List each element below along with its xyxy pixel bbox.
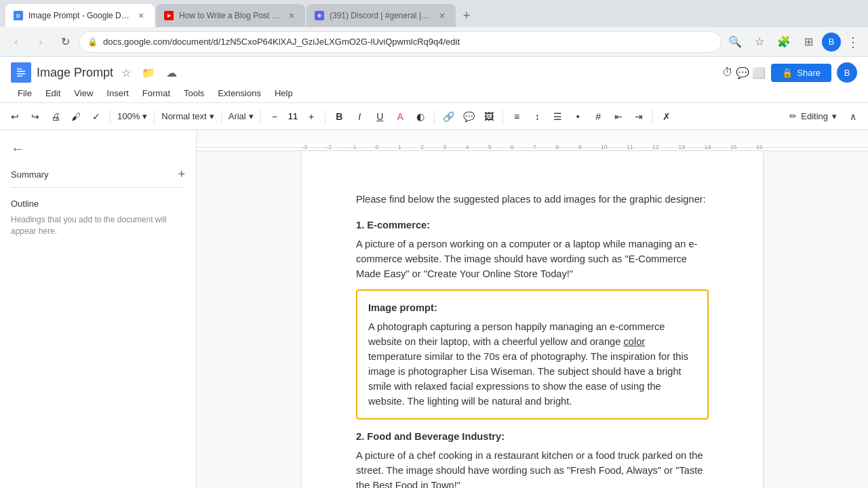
sidebar-add-button[interactable]: + bbox=[178, 167, 185, 182]
pencil-icon: ✏ bbox=[789, 111, 797, 121]
comment-icon[interactable]: 💬 bbox=[736, 66, 749, 79]
increase-font-button[interactable]: + bbox=[302, 107, 321, 126]
spellcheck-button[interactable]: ✓ bbox=[87, 107, 106, 126]
indent-button[interactable]: ⇥ bbox=[629, 107, 648, 126]
summary-label: Summary bbox=[11, 169, 49, 180]
zoom-label: 100% bbox=[117, 111, 140, 121]
docs-title: Image Prompt bbox=[37, 66, 113, 80]
sidebar-summary-section: Summary + bbox=[11, 167, 185, 188]
clear-format-button[interactable]: ✗ bbox=[657, 107, 676, 126]
separator-7 bbox=[502, 110, 503, 123]
align-button[interactable]: ≡ bbox=[507, 107, 526, 126]
editing-chevron: ▾ bbox=[832, 111, 837, 121]
menu-format[interactable]: Format bbox=[136, 85, 177, 101]
tab-discord[interactable]: ◉ (391) Discord | #general | BW × bbox=[307, 4, 456, 27]
tab-google-docs[interactable]: D Image Prompt - Google Docs × bbox=[5, 4, 155, 27]
link-button[interactable]: 🔗 bbox=[439, 107, 458, 126]
svg-rect-1 bbox=[17, 68, 22, 70]
cloud-icon[interactable]: ☁ bbox=[163, 64, 180, 82]
nav-actions: 🔍 ☆ 🧩 ⊞ B ⋮ bbox=[724, 31, 863, 53]
text-color-button[interactable]: A bbox=[391, 107, 410, 126]
linespacing-button[interactable]: ↕ bbox=[528, 107, 547, 126]
star-icon[interactable]: ☆ bbox=[119, 64, 134, 82]
lock-icon: 🔒 bbox=[87, 37, 98, 47]
present-icon[interactable]: ⬜ bbox=[752, 66, 766, 79]
grid-icon[interactable]: ⊞ bbox=[797, 31, 819, 53]
menu-tools[interactable]: Tools bbox=[177, 85, 211, 101]
sidebar-divider bbox=[11, 187, 185, 188]
forward-button[interactable]: › bbox=[30, 31, 52, 53]
image-prompt-text-1: A photograph capturing a person happily … bbox=[368, 319, 696, 409]
extension-icon[interactable]: 🧩 bbox=[773, 31, 795, 53]
tab-bar: D Image Prompt - Google Docs × ▶ How to … bbox=[0, 0, 868, 27]
tab-title-discord: (391) Discord | #general | BW bbox=[330, 11, 431, 20]
menu-extensions[interactable]: Extensions bbox=[211, 85, 268, 101]
address-bar[interactable]: 🔒 docs.google.com/document/d/1zN5CxoP64K… bbox=[79, 31, 722, 53]
browser-menu-button[interactable]: ⋮ bbox=[844, 31, 863, 53]
italic-button[interactable]: I bbox=[350, 107, 369, 126]
tab-youtube[interactable]: ▶ How to Write a Blog Post Using... × bbox=[156, 4, 305, 27]
outdent-button[interactable]: ⇤ bbox=[609, 107, 628, 126]
menu-edit[interactable]: Edit bbox=[39, 85, 67, 101]
undo-button[interactable]: ↩ bbox=[5, 107, 24, 126]
search-icon[interactable]: 🔍 bbox=[724, 31, 746, 53]
move-icon[interactable]: 📁 bbox=[139, 64, 158, 82]
sidebar-outline-section: Outline Headings that you add to the doc… bbox=[11, 199, 185, 237]
sidebar-summary-title: Summary + bbox=[11, 167, 185, 182]
user-avatar[interactable]: B bbox=[822, 33, 841, 52]
font-size-display: 11 bbox=[285, 111, 300, 121]
section-2-header: 2. Food and Beverage Industry: bbox=[356, 429, 709, 444]
redo-button[interactable]: ↪ bbox=[26, 107, 45, 126]
highlight-button[interactable]: ◐ bbox=[411, 107, 430, 126]
style-label: Normal text bbox=[161, 111, 206, 121]
refresh-button[interactable]: ↻ bbox=[54, 31, 76, 53]
svg-rect-3 bbox=[17, 73, 25, 75]
underline-color: color bbox=[623, 336, 645, 347]
image-button[interactable]: 🖼 bbox=[479, 107, 498, 126]
svg-rect-0 bbox=[15, 66, 27, 79]
bookmark-icon[interactable]: ☆ bbox=[749, 31, 770, 53]
comment-button[interactable]: 💬 bbox=[459, 107, 478, 126]
menu-help[interactable]: Help bbox=[268, 85, 300, 101]
tab-close-docs[interactable]: × bbox=[136, 10, 146, 21]
separator-6 bbox=[434, 110, 435, 123]
bullet-list-button[interactable]: • bbox=[568, 107, 587, 126]
menu-file[interactable]: File bbox=[11, 85, 39, 101]
browser-frame: D Image Prompt - Google Docs × ▶ How to … bbox=[0, 0, 868, 488]
sidebar-back-button[interactable]: ← bbox=[11, 141, 185, 157]
font-select[interactable]: Arial ▾ bbox=[226, 107, 256, 126]
menu-view[interactable]: View bbox=[67, 85, 100, 101]
docs-favicon: D bbox=[14, 11, 23, 20]
menu-insert[interactable]: Insert bbox=[100, 85, 136, 101]
checklist-button[interactable]: ☰ bbox=[548, 107, 567, 126]
editing-label: Editing bbox=[801, 111, 828, 121]
docs-header: Image Prompt ☆ 📁 ☁ ⏱ 💬 ⬜ 🔒 Share B File … bbox=[0, 57, 868, 103]
style-select[interactable]: Normal text ▾ bbox=[159, 107, 216, 126]
tab-close-discord[interactable]: × bbox=[437, 10, 448, 21]
underline-button[interactable]: U bbox=[370, 107, 389, 126]
outline-label: Outline bbox=[11, 199, 185, 209]
format-toolbar: ↩ ↪ 🖨 🖌 ✓ 100% ▾ Normal text ▾ Arial ▾ −… bbox=[0, 103, 868, 130]
share-button[interactable]: 🔒 Share bbox=[771, 64, 831, 82]
history-icon[interactable]: ⏱ bbox=[722, 66, 733, 79]
separator-5 bbox=[325, 110, 326, 123]
zoom-select[interactable]: 100% ▾ bbox=[115, 107, 150, 126]
separator-3 bbox=[221, 110, 222, 123]
svg-rect-4 bbox=[17, 76, 22, 77]
print-button[interactable]: 🖨 bbox=[46, 107, 65, 126]
paintformat-button[interactable]: 🖌 bbox=[66, 107, 85, 126]
section-1-header: 1. E-commerce: bbox=[356, 218, 709, 232]
docs-title-row: Image Prompt ☆ 📁 ☁ ⏱ 💬 ⬜ 🔒 Share B bbox=[11, 62, 857, 83]
numbered-list-button[interactable]: # bbox=[589, 107, 608, 126]
youtube-favicon: ▶ bbox=[164, 11, 174, 20]
docs-user-avatar[interactable]: B bbox=[837, 62, 857, 83]
document-content: Please find below the suggested places t… bbox=[356, 192, 709, 488]
tab-close-youtube[interactable]: × bbox=[286, 10, 297, 21]
back-button[interactable]: ‹ bbox=[5, 31, 27, 53]
address-text: docs.google.com/document/d/1zN5CxoP64KlX… bbox=[103, 37, 713, 47]
zoom-chevron: ▾ bbox=[142, 111, 147, 121]
new-tab-button[interactable]: + bbox=[457, 6, 476, 25]
bold-button[interactable]: B bbox=[330, 107, 349, 126]
collapse-toolbar-button[interactable]: ∧ bbox=[844, 107, 863, 126]
decrease-font-button[interactable]: − bbox=[265, 107, 284, 126]
